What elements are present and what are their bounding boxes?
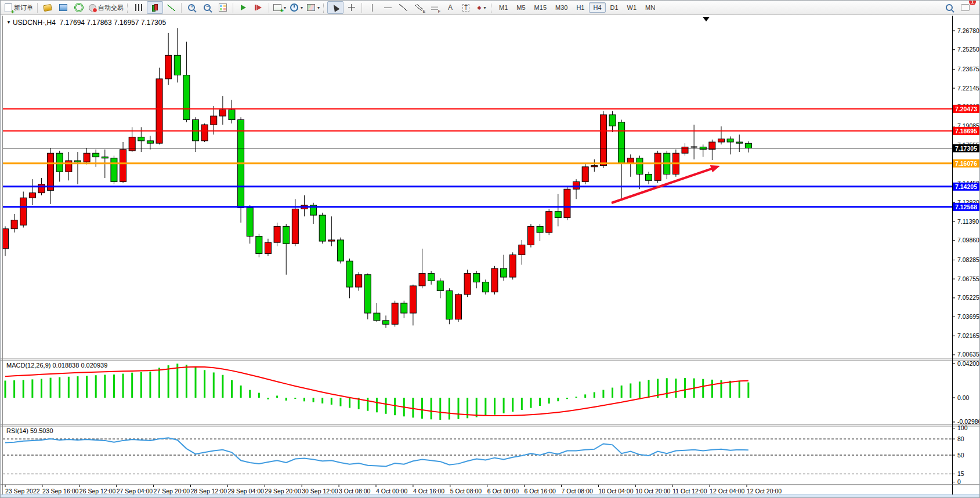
chevron-down-icon: ▾ — [301, 5, 303, 10]
candlestick-chart-icon — [151, 4, 158, 12]
price-tick-label: 7.09860 — [957, 237, 979, 243]
candle-body — [383, 321, 389, 324]
market-watch-button[interactable] — [40, 2, 55, 13]
equidistant-channel-button[interactable]: E — [411, 2, 426, 13]
candle-body — [20, 198, 27, 225]
timeframe-bar: M1M5M15M30H1H4D1W1MN — [495, 2, 659, 13]
line-chart-icon — [167, 5, 175, 11]
candle-body — [428, 274, 435, 281]
candle-body — [410, 286, 416, 313]
text-label-button[interactable]: T — [458, 2, 473, 13]
text-button[interactable]: A — [443, 2, 458, 13]
autotrading-icon — [89, 4, 96, 12]
cursor-button[interactable] — [327, 1, 343, 14]
candle-body — [256, 236, 262, 253]
tab-timeframe-m15[interactable]: M15 — [530, 2, 551, 13]
price-tick-label: 7.26780 — [957, 27, 979, 34]
tab-timeframe-d1[interactable]: D1 — [606, 2, 623, 13]
candle-body — [93, 153, 99, 157]
tab-timeframe-m30[interactable]: M30 — [551, 2, 572, 13]
bottom-strip — [1, 495, 980, 498]
chart-area[interactable]: 7.267807.252507.236757.221457.206157.190… — [1, 1, 980, 498]
candle-body — [627, 158, 634, 163]
auto-scroll-button[interactable] — [236, 2, 251, 13]
time-tick-label: 10 Oct 20:00 — [635, 488, 670, 495]
templates-button[interactable]: ▾ — [305, 2, 321, 13]
zoom-in-button[interactable] — [184, 2, 199, 13]
price-tag-label: 7.20473 — [955, 106, 977, 112]
candle-body — [211, 116, 217, 125]
candle-body — [319, 215, 326, 241]
signals-button[interactable] — [71, 2, 86, 13]
notifications-button[interactable]: 1 — [957, 2, 972, 13]
price-tick-label: 7.03695 — [957, 313, 979, 320]
candle-body — [473, 274, 480, 282]
symbol-label: USDCNH-,H4 — [13, 19, 56, 27]
crosshair-button[interactable] — [344, 2, 359, 13]
candle-body — [346, 261, 353, 287]
trendline-icon — [399, 4, 407, 11]
tab-timeframe-h1[interactable]: H1 — [572, 2, 588, 13]
time-tick-label: 23 Sep 2022 — [5, 488, 40, 495]
time-tick-label: 4 Oct 16:00 — [413, 488, 444, 495]
candle-body — [292, 209, 298, 243]
candlestick-chart-button[interactable] — [147, 1, 163, 14]
tab-timeframe-m1[interactable]: M1 — [495, 2, 512, 13]
tab-timeframe-m5[interactable]: M5 — [512, 2, 529, 13]
arrows-button[interactable]: ◆▾ — [474, 2, 489, 13]
rsi-tick-label: 0 — [957, 478, 961, 485]
toolbar-grip — [127, 3, 129, 13]
candle-body — [637, 158, 643, 175]
candle-body — [527, 226, 534, 245]
candle-body — [328, 240, 335, 241]
fibonacci-button[interactable]: F — [427, 2, 442, 13]
new-chart-button[interactable]: ▾ — [272, 2, 288, 13]
toolbar-grip — [323, 3, 326, 13]
candle-body — [74, 161, 81, 162]
time-tick-label: 23 Sep 16:00 — [42, 488, 79, 495]
time-tick-label: 30 Sep 12:00 — [302, 488, 338, 495]
period-button[interactable]: ▾ — [288, 2, 305, 13]
candle-body — [573, 181, 580, 189]
chart-window-button[interactable] — [56, 2, 71, 13]
bar-chart-button[interactable] — [131, 2, 146, 13]
tab-timeframe-h4[interactable]: H4 — [589, 2, 605, 13]
zoom-out-button[interactable] — [200, 2, 215, 13]
horizontal-line-button[interactable] — [380, 2, 395, 13]
candle-body — [364, 275, 371, 313]
candle-body — [56, 153, 63, 172]
line-chart-button[interactable] — [164, 2, 179, 13]
templates-icon — [307, 4, 315, 11]
autotrading-button[interactable]: 自动交易 — [87, 2, 125, 13]
ohlc-values: 7.17694 7.17863 7.16957 7.17305 — [60, 19, 167, 27]
chart-title: ▼USDCNH-,H4 7.17694 7.17863 7.16957 7.17… — [6, 19, 166, 27]
auto-scroll-icon — [241, 5, 246, 10]
time-tick-label: 11 Oct 12:00 — [672, 488, 707, 495]
time-tick-label: 27 Sep 04:00 — [117, 488, 153, 495]
new-order-button[interactable]: 新订单 — [3, 2, 35, 13]
time-tick-label: 4 Oct 00:00 — [376, 488, 407, 495]
candle-body — [138, 137, 144, 140]
candle-body — [564, 189, 570, 217]
price-tick-label: 7.11390 — [957, 218, 979, 225]
candle-body — [337, 240, 343, 261]
market-watch-icon — [43, 3, 52, 11]
candle-body — [654, 153, 661, 180]
vertical-line-button[interactable] — [364, 2, 379, 13]
candle-body — [283, 226, 290, 243]
trendline-button[interactable] — [396, 2, 411, 13]
separator — [37, 3, 38, 13]
macd-label: MACD(12,26,9) 0.018838 0.020939 — [6, 362, 107, 369]
tile-windows-button[interactable] — [215, 2, 230, 13]
tab-timeframe-w1[interactable]: W1 — [623, 2, 641, 13]
toolbar: 新订单 自动交易 ▾ ▾ ▾ E F A T ◆▾ — [1, 1, 979, 15]
candle-body — [11, 220, 17, 229]
equidistant-channel-icon: E — [415, 4, 423, 11]
tab-timeframe-mn[interactable]: MN — [641, 2, 659, 13]
chart-shift-button[interactable] — [251, 2, 266, 13]
search-button[interactable] — [942, 2, 957, 13]
candle-body — [446, 291, 453, 319]
candle-body — [482, 282, 489, 292]
price-tag-label: 7.12568 — [955, 203, 977, 210]
candle-body — [2, 229, 9, 249]
